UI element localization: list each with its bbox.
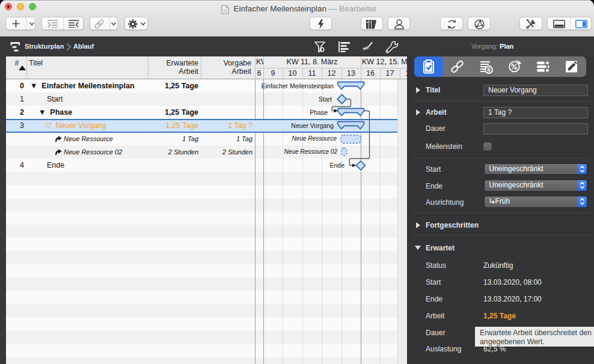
svg-text:$: $ (487, 66, 491, 73)
